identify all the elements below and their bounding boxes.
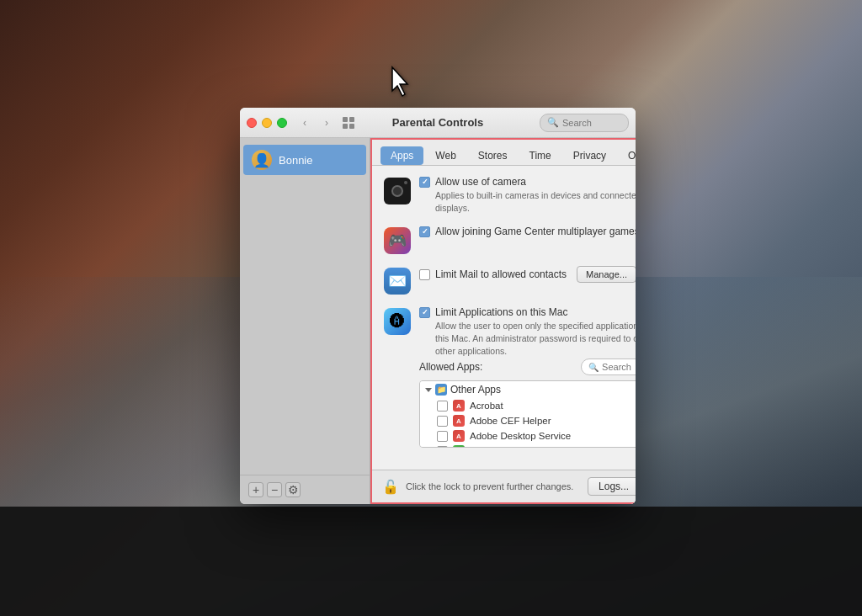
- allowed-apps-label: Allowed Apps:: [419, 361, 482, 373]
- list-item: 📱 AirDroid: [420, 443, 636, 448]
- sidebar: 👤 Bonnie + − ⚙: [240, 138, 370, 504]
- limit-apps-content: Limit Applications on this Mac Allow the…: [419, 306, 636, 448]
- mail-icon: ✉️: [384, 268, 411, 295]
- adobe-desktop-icon: A: [453, 430, 465, 442]
- apps-search-icon: 🔍: [588, 363, 599, 372]
- gamecenter-setting-content: Allow joining Game Center multiplayer ga…: [419, 226, 636, 239]
- grid-view-button[interactable]: [339, 115, 358, 130]
- apps-list[interactable]: 📁 Other Apps A Acrobat: [419, 380, 636, 448]
- mail-setting-row: ✉️ Limit Mail to allowed contacts Manage…: [384, 266, 636, 295]
- nav-buttons: ‹ ›: [295, 115, 358, 130]
- tab-other[interactable]: Other: [618, 146, 636, 165]
- window-title: Parental Controls: [392, 116, 483, 129]
- user-avatar: 👤: [252, 150, 272, 170]
- close-button[interactable]: [247, 118, 257, 128]
- gamecenter-label-row: Allow joining Game Center multiplayer ga…: [419, 226, 636, 237]
- gamecenter-symbol: 🎮: [388, 231, 407, 250]
- sidebar-controls: + − ⚙: [240, 475, 370, 504]
- tab-privacy[interactable]: Privacy: [563, 146, 616, 165]
- mail-checkbox[interactable]: [419, 269, 430, 280]
- window-footer: 🔓 Click the lock to prevent further chan…: [372, 470, 636, 502]
- camera-title: Allow use of camera: [435, 176, 526, 188]
- other-apps-group-header[interactable]: 📁 Other Apps: [420, 381, 636, 398]
- camera-description: Applies to built-in cameras in devices a…: [435, 189, 636, 214]
- allowed-apps-header: Allowed Apps: 🔍: [419, 358, 636, 375]
- camera-dot: [404, 181, 407, 184]
- search-icon: 🔍: [547, 117, 559, 128]
- lock-icon: 🔓: [382, 479, 399, 495]
- camera-checkbox[interactable]: [419, 177, 430, 188]
- camera-lens: [391, 185, 403, 197]
- adobe-desktop-label: Adobe Desktop Service: [470, 431, 571, 441]
- tab-stores[interactable]: Stores: [468, 146, 518, 165]
- content-area: Allow use of camera Applies to built-in …: [372, 166, 636, 470]
- mail-title: Limit Mail to allowed contacts: [435, 268, 567, 280]
- adobe-cef-icon: A: [453, 415, 465, 427]
- add-user-button[interactable]: +: [248, 482, 263, 497]
- minimize-button[interactable]: [262, 118, 272, 128]
- mail-symbol: ✉️: [388, 272, 407, 290]
- parental-controls-window: ‹ › Parental Controls 🔍 👤: [240, 108, 636, 504]
- limit-apps-title: Limit Applications on this Mac: [435, 306, 567, 318]
- limit-apps-icon: 🅐: [384, 308, 411, 335]
- camera-icon: [384, 178, 411, 204]
- limit-apps-setting-row: 🅐 Limit Applications on this Mac Allow t…: [384, 306, 636, 448]
- adobe-cef-label: Adobe CEF Helper: [470, 416, 551, 426]
- other-apps-group-label: Other Apps: [450, 384, 501, 396]
- manage-button[interactable]: Manage...: [577, 266, 636, 283]
- forward-button[interactable]: ›: [317, 115, 336, 130]
- tab-web[interactable]: Web: [425, 146, 466, 165]
- remove-user-button[interactable]: −: [267, 482, 282, 497]
- tab-apps[interactable]: Apps: [380, 146, 423, 165]
- title-bar: ‹ › Parental Controls 🔍: [240, 108, 636, 138]
- apps-search-input[interactable]: [602, 362, 636, 372]
- gamecenter-title: Allow joining Game Center multiplayer ga…: [435, 226, 636, 237]
- list-item: A Adobe CEF Helper: [420, 413, 636, 428]
- mail-label-row: Limit Mail to allowed contacts Manage...: [419, 266, 636, 283]
- main-panel: Apps Web Stores Time Privacy Other: [370, 138, 636, 504]
- airdroid-icon: 📱: [453, 445, 465, 448]
- acrobat-label: Acrobat: [470, 401, 503, 411]
- limit-apps-checkbox[interactable]: [419, 307, 430, 318]
- adobe-cef-checkbox[interactable]: [437, 416, 448, 427]
- camera-label-row: Allow use of camera: [419, 176, 636, 188]
- title-search-input[interactable]: [562, 118, 621, 128]
- airdroid-label: AirDroid: [470, 446, 505, 448]
- footer-lock-text: Click the lock to prevent further change…: [406, 481, 581, 491]
- traffic-lights: [247, 118, 287, 128]
- back-button[interactable]: ‹: [295, 115, 314, 130]
- tab-bar: Apps Web Stores Time Privacy Other: [372, 140, 636, 166]
- maximize-button[interactable]: [277, 118, 287, 128]
- sidebar-user-bonnie[interactable]: 👤 Bonnie: [243, 145, 366, 175]
- tab-time[interactable]: Time: [519, 146, 561, 165]
- title-search-box[interactable]: 🔍: [540, 114, 629, 132]
- lock-icon-wrapper[interactable]: 🔓: [382, 478, 399, 495]
- taskbar-area: [0, 507, 862, 616]
- allowed-apps-section: Allowed Apps: 🔍 📁: [419, 358, 636, 448]
- other-apps-group-icon: 📁: [435, 384, 447, 396]
- gamecenter-setting-row: 🎮 Allow joining Game Center multiplayer …: [384, 226, 636, 254]
- settings-gear-button[interactable]: ⚙: [285, 482, 301, 497]
- apps-search-box[interactable]: 🔍: [581, 358, 636, 375]
- camera-setting-row: Allow use of camera Applies to built-in …: [384, 176, 636, 214]
- adobe-desktop-checkbox[interactable]: [437, 431, 448, 442]
- sidebar-spacer: [240, 175, 370, 475]
- limit-apps-description: Allow the user to open only the specifie…: [435, 320, 636, 357]
- window-body: 👤 Bonnie + − ⚙ Apps Web Stores Time Priv…: [240, 138, 636, 504]
- gamecenter-checkbox[interactable]: [419, 226, 430, 237]
- list-item: A Acrobat: [420, 398, 636, 413]
- limit-apps-label-row: Limit Applications on this Mac: [419, 306, 636, 318]
- acrobat-checkbox[interactable]: [437, 401, 448, 412]
- expand-triangle-icon: [425, 388, 432, 392]
- gamecenter-icon: 🎮: [384, 227, 411, 254]
- airdroid-checkbox[interactable]: [437, 446, 448, 449]
- user-name: Bonnie: [279, 154, 312, 167]
- mail-setting-content: Limit Mail to allowed contacts Manage...: [419, 266, 636, 284]
- apps-symbol: 🅐: [390, 313, 405, 331]
- acrobat-icon: A: [453, 400, 465, 412]
- logs-button[interactable]: Logs...: [588, 477, 636, 496]
- list-item: A Adobe Desktop Service: [420, 428, 636, 443]
- camera-setting-content: Allow use of camera Applies to built-in …: [419, 176, 636, 214]
